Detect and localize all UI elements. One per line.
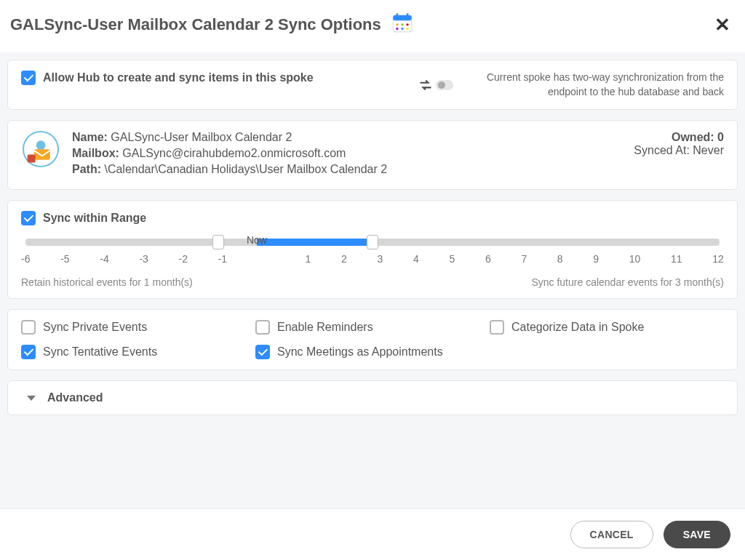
retain-text: Retain historical events for 1 month(s)	[21, 276, 193, 288]
future-text: Sync future calendar events for 3 month(…	[531, 276, 724, 288]
slider-ticks: -6-5-4-3-2-1123456789101112	[21, 253, 724, 265]
opt-sync-private-label: Sync Private Events	[43, 321, 147, 334]
slider-tick: 3	[378, 253, 383, 265]
sync-options-modal: GALSync-User Mailbox Calendar 2 Sync Opt…	[0, 0, 745, 560]
opt-sync-tentative-checkbox[interactable]	[21, 345, 36, 359]
slider-tick: -4	[100, 253, 108, 265]
info-name-line: Name: GALSync-User Mailbox Calendar 2	[72, 131, 622, 144]
opt-categorize-label: Categorize Data in Spoke	[511, 321, 644, 334]
info-name-value: GALSync-User Mailbox Calendar 2	[111, 131, 292, 143]
svg-point-8	[401, 28, 403, 30]
advanced-section[interactable]: Advanced	[7, 380, 738, 415]
slider-tick: 11	[671, 253, 682, 265]
slider-handle-past[interactable]	[212, 235, 224, 249]
slider-tick: -5	[60, 253, 69, 265]
opt-sync-meetings-label: Sync Meetings as Appointments	[277, 345, 443, 359]
slider-tick: 2	[341, 253, 347, 265]
slider-tick: -3	[139, 253, 148, 265]
modal-body: Allow Hub to create and sync items in th…	[0, 52, 745, 508]
svg-point-6	[406, 23, 408, 25]
calendar-icon	[390, 10, 415, 39]
toggle-indicator-icon	[436, 80, 453, 90]
info-path-label: Path:	[72, 163, 101, 175]
sync-options-card: Sync Private Events Enable Reminders Cat…	[7, 309, 738, 370]
slider-tick: 7	[521, 253, 527, 265]
range-sublabels: Retain historical events for 1 month(s) …	[21, 276, 724, 288]
slider-tick: -1	[218, 253, 227, 265]
modal-title-wrap: GALSync-User Mailbox Calendar 2 Sync Opt…	[10, 10, 415, 39]
sync-description-text: Current spoke has two-way synchronizatio…	[462, 71, 724, 99]
sync-range-card: Sync within Range Now -6-5-4-3-2-1123456…	[7, 200, 738, 299]
cancel-button[interactable]: CANCEL	[570, 521, 653, 548]
slider-tick: -6	[21, 253, 30, 265]
modal-footer: CANCEL SAVE	[0, 508, 745, 560]
info-name-label: Name:	[72, 131, 108, 143]
opt-enable-reminders-checkbox[interactable]	[255, 320, 270, 335]
allow-hub-label: Allow Hub to create and sync items in th…	[43, 71, 314, 84]
allow-hub-row[interactable]: Allow Hub to create and sync items in th…	[21, 71, 314, 85]
svg-rect-2	[396, 13, 398, 17]
svg-point-7	[396, 28, 398, 30]
opt-sync-meetings-checkbox[interactable]	[255, 345, 270, 359]
slider-tick: 9	[593, 253, 599, 265]
opt-enable-reminders-label: Enable Reminders	[277, 321, 373, 334]
opt-enable-reminders[interactable]: Enable Reminders	[255, 320, 490, 335]
svg-point-9	[406, 28, 408, 30]
close-icon[interactable]: ✕	[714, 15, 730, 34]
spoke-info-right: Owned: 0 Synced At: Never	[634, 131, 724, 157]
info-mailbox-value: GALSync@cirahubdemo2.onmicrosoft.com	[122, 147, 346, 159]
two-way-sync-icon	[418, 78, 453, 92]
sync-range-label: Sync within Range	[43, 212, 146, 225]
slider-tick: 12	[712, 253, 724, 265]
mailbox-avatar-icon	[21, 131, 60, 170]
opt-categorize[interactable]: Categorize Data in Spoke	[490, 320, 724, 335]
opt-sync-meetings[interactable]: Sync Meetings as Appointments	[255, 345, 490, 359]
sync-range-row[interactable]: Sync within Range	[21, 211, 724, 225]
slider-tick: 5	[449, 253, 455, 265]
opt-sync-tentative-label: Sync Tentative Events	[43, 345, 157, 359]
modal-header: GALSync-User Mailbox Calendar 2 Sync Opt…	[0, 0, 745, 52]
slider-tick: 8	[557, 253, 563, 265]
opt-categorize-checkbox[interactable]	[490, 320, 504, 335]
slider-tick: 4	[413, 253, 419, 265]
opt-sync-tentative[interactable]: Sync Tentative Events	[21, 345, 255, 359]
save-button[interactable]: SAVE	[664, 521, 730, 548]
chevron-down-icon	[27, 396, 36, 401]
slider-handle-future[interactable]	[367, 235, 378, 249]
svg-point-4	[396, 23, 398, 25]
spoke-info-card: Name: GALSync-User Mailbox Calendar 2 Ma…	[7, 120, 738, 190]
advanced-label: Advanced	[47, 391, 103, 404]
svg-rect-1	[393, 15, 412, 20]
opt-sync-private-checkbox[interactable]	[21, 320, 36, 335]
slider-tick: 6	[485, 253, 491, 265]
svg-rect-11	[34, 149, 50, 160]
sync-range-checkbox[interactable]	[21, 211, 36, 225]
info-synced-label: Synced At:	[634, 144, 690, 156]
spoke-info-body: Name: GALSync-User Mailbox Calendar 2 Ma…	[72, 131, 622, 179]
svg-rect-3	[406, 13, 408, 17]
info-mailbox-label: Mailbox:	[72, 147, 119, 159]
now-label: Now	[247, 234, 267, 246]
info-synced-value: Never	[693, 144, 724, 156]
slider-fill	[257, 239, 372, 246]
options-grid: Sync Private Events Enable Reminders Cat…	[21, 320, 724, 359]
info-mailbox-line: Mailbox: GALSync@cirahubdemo2.onmicrosof…	[72, 147, 622, 160]
info-owned-value: 0	[717, 131, 724, 143]
slider-tick: 10	[629, 253, 641, 265]
info-path-line: Path: \Calendar\Canadian Holidays\User M…	[72, 163, 622, 176]
info-owned-label: Owned:	[672, 131, 714, 143]
info-synced-line: Synced At: Never	[634, 144, 724, 157]
sync-description-wrap: Current spoke has two-way synchronizatio…	[418, 71, 724, 99]
opt-sync-private[interactable]: Sync Private Events	[21, 320, 255, 335]
svg-point-10	[36, 140, 46, 150]
info-path-value: \Calendar\Canadian Holidays\User Mailbox…	[104, 163, 387, 175]
range-slider[interactable]: Now	[25, 239, 720, 246]
allow-hub-checkbox[interactable]	[21, 71, 36, 85]
slider-tick: -2	[179, 253, 188, 265]
modal-title: GALSync-User Mailbox Calendar 2 Sync Opt…	[10, 15, 381, 34]
svg-rect-12	[28, 155, 36, 163]
allow-hub-card: Allow Hub to create and sync items in th…	[7, 60, 738, 110]
slider-tick: 1	[306, 253, 311, 265]
info-owned-line: Owned: 0	[634, 131, 724, 144]
svg-point-5	[401, 23, 403, 25]
